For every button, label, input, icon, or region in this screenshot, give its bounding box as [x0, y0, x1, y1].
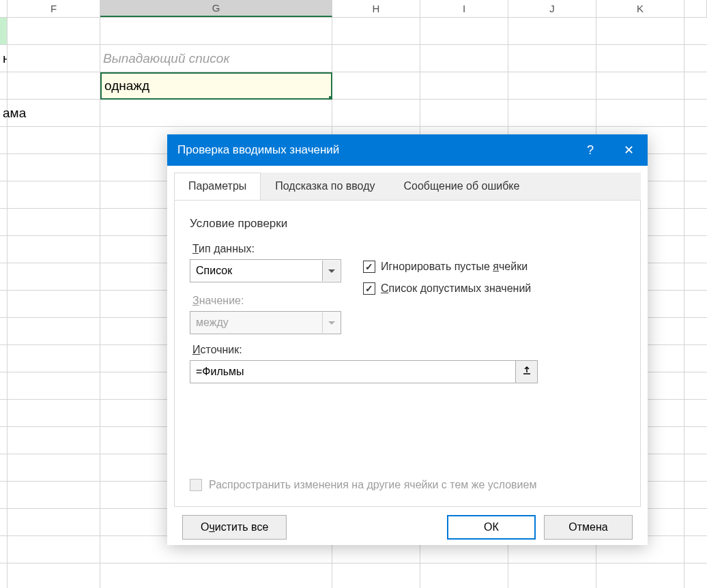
- cell[interactable]: [0, 536, 8, 563]
- tab-input-message[interactable]: Подсказка по вводу: [261, 173, 389, 200]
- cell[interactable]: [684, 454, 707, 482]
- cell[interactable]: [0, 427, 8, 454]
- cell[interactable]: [0, 209, 8, 236]
- cell[interactable]: [684, 209, 707, 236]
- cell[interactable]: [0, 154, 8, 181]
- cell[interactable]: [332, 563, 420, 588]
- cell[interactable]: [8, 181, 100, 209]
- cell[interactable]: [684, 154, 707, 181]
- cell[interactable]: [0, 482, 8, 509]
- cell[interactable]: [8, 318, 100, 345]
- cell[interactable]: [8, 536, 100, 563]
- cell[interactable]: [684, 236, 707, 263]
- cell[interactable]: [684, 181, 707, 209]
- cell[interactable]: [8, 372, 100, 400]
- cell[interactable]: [8, 45, 100, 72]
- column-header-h[interactable]: H: [332, 0, 420, 17]
- cell[interactable]: [332, 72, 420, 100]
- cell[interactable]: [684, 127, 707, 154]
- tab-parameters[interactable]: Параметры: [174, 173, 261, 201]
- checkbox-ignore-blank[interactable]: Игнорировать пустые ячейки: [363, 261, 625, 273]
- cell[interactable]: [596, 72, 684, 100]
- cell[interactable]: [100, 100, 332, 127]
- cell[interactable]: [0, 72, 8, 100]
- cell[interactable]: [0, 400, 8, 427]
- cell[interactable]: [508, 45, 596, 72]
- cell[interactable]: [684, 427, 707, 454]
- cell[interactable]: [596, 18, 684, 45]
- cell[interactable]: [8, 291, 100, 318]
- cell[interactable]: [0, 509, 8, 536]
- cell[interactable]: [8, 345, 100, 372]
- cell[interactable]: [0, 345, 8, 372]
- cell[interactable]: [0, 18, 8, 45]
- cell[interactable]: [332, 100, 420, 127]
- cell[interactable]: [8, 209, 100, 236]
- cell[interactable]: [684, 72, 707, 100]
- cell[interactable]: [0, 236, 8, 263]
- cell[interactable]: [508, 18, 596, 45]
- cell[interactable]: [420, 72, 508, 100]
- cell[interactable]: [684, 536, 707, 563]
- cell[interactable]: [8, 154, 100, 181]
- cell[interactable]: [684, 563, 707, 588]
- cell[interactable]: [0, 372, 8, 400]
- range-selector-button[interactable]: [516, 360, 538, 383]
- cell[interactable]: [684, 263, 707, 291]
- ok-button[interactable]: ОК: [447, 515, 536, 540]
- cell[interactable]: [684, 18, 707, 45]
- cell[interactable]: [0, 181, 8, 209]
- column-header-i[interactable]: I: [420, 0, 508, 17]
- cell[interactable]: [0, 127, 8, 154]
- cell[interactable]: [596, 45, 684, 72]
- source-input[interactable]: [190, 360, 516, 383]
- cell[interactable]: [0, 291, 8, 318]
- cell[interactable]: [420, 18, 508, 45]
- column-header-partial[interactable]: [0, 0, 8, 17]
- cell[interactable]: [8, 263, 100, 291]
- cell-dropdown-placeholder[interactable]: Выпадающий список: [100, 45, 332, 72]
- cell[interactable]: [684, 45, 707, 72]
- cell[interactable]: [684, 482, 707, 509]
- cell[interactable]: ама: [0, 100, 8, 127]
- column-header-partial[interactable]: [684, 0, 707, 17]
- cell[interactable]: [332, 45, 420, 72]
- cell[interactable]: [8, 482, 100, 509]
- cell[interactable]: [684, 400, 707, 427]
- tab-error-alert[interactable]: Сообщение об ошибке: [390, 173, 534, 200]
- cell[interactable]: [508, 72, 596, 100]
- dialog-titlebar[interactable]: Проверка вводимых значений ? ✕: [167, 134, 648, 166]
- cell[interactable]: [8, 100, 100, 127]
- column-header-g[interactable]: G: [100, 0, 332, 17]
- cell[interactable]: [100, 563, 332, 588]
- cell[interactable]: [8, 427, 100, 454]
- cell[interactable]: [8, 72, 100, 100]
- cell[interactable]: [596, 563, 684, 588]
- cell[interactable]: [8, 509, 100, 536]
- cell[interactable]: [508, 100, 596, 127]
- cell[interactable]: [508, 563, 596, 588]
- cell[interactable]: [100, 18, 332, 45]
- cancel-button[interactable]: Отмена: [544, 515, 633, 540]
- cell[interactable]: [596, 100, 684, 127]
- cell[interactable]: [0, 263, 8, 291]
- close-button[interactable]: ✕: [609, 134, 648, 166]
- cell[interactable]: [332, 18, 420, 45]
- cell[interactable]: [684, 291, 707, 318]
- cell[interactable]: [0, 563, 8, 588]
- cell[interactable]: [0, 318, 8, 345]
- cell[interactable]: [684, 100, 707, 127]
- cell[interactable]: [420, 563, 508, 588]
- checkbox-in-cell-dropdown[interactable]: Список допустимых значений: [363, 282, 625, 295]
- cell[interactable]: [420, 100, 508, 127]
- select-data-type[interactable]: Список: [190, 259, 341, 282]
- cell[interactable]: [420, 45, 508, 72]
- cell[interactable]: [8, 127, 100, 154]
- cell[interactable]: [0, 454, 8, 482]
- cell[interactable]: н: [0, 45, 8, 72]
- cell[interactable]: [8, 454, 100, 482]
- cell-selected[interactable]: однажд: [100, 72, 332, 100]
- column-header-j[interactable]: J: [508, 0, 596, 17]
- column-header-k[interactable]: K: [596, 0, 684, 17]
- cell[interactable]: [684, 318, 707, 345]
